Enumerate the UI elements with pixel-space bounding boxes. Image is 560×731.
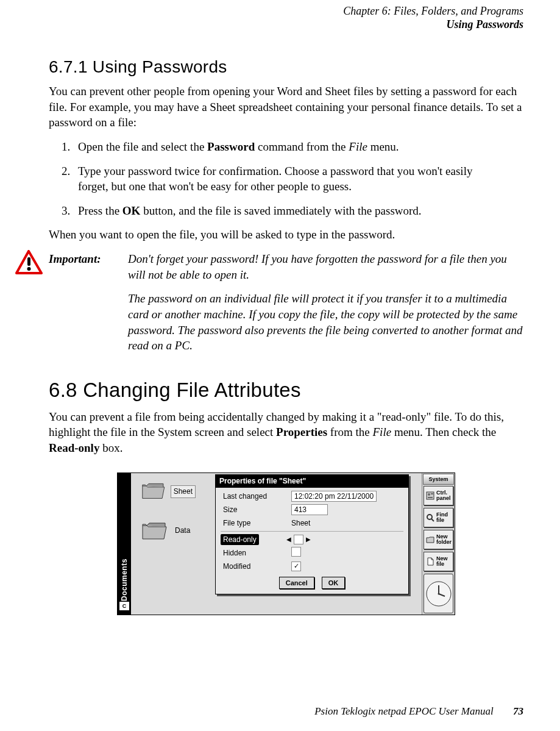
svg-rect-1: [27, 257, 30, 266]
steps-list: Open the file and select the Password co…: [73, 139, 523, 219]
svg-line-8: [431, 519, 434, 521]
row-last-changed: Last changed 12:02:20 pm 22/11/2000: [221, 490, 403, 503]
folder-icon: [141, 518, 168, 543]
important-label: Important:: [49, 251, 128, 267]
row-modified[interactable]: Modified ✓: [221, 560, 403, 573]
svg-point-7: [427, 515, 432, 519]
hidden-checkbox[interactable]: [291, 547, 301, 557]
section-6-8-paragraph: You can prevent a file from being accide…: [49, 409, 523, 456]
page-header: Chapter 6: Files, Folders, and Programs …: [49, 5, 523, 31]
sidebar-btn-ctrl-panel[interactable]: Ctrl. panel: [424, 486, 453, 505]
sidebar-btn-new-file[interactable]: New file: [424, 552, 453, 571]
new-folder-icon: [426, 535, 434, 544]
page-footer: Psion Teklogix netpad EPOC User Manual 7…: [314, 705, 523, 719]
readonly-checkbox[interactable]: [294, 535, 303, 544]
clock-icon: [425, 580, 452, 607]
warning-icon: [15, 250, 43, 274]
system-sidebar: System Ctrl. panel Find file New folder …: [422, 473, 455, 615]
svg-point-12: [438, 593, 439, 594]
header-chapter: Chapter 6: Files, Folders, and Programs: [49, 5, 523, 18]
desktop-icon-label: Sheet: [171, 485, 196, 497]
desktop-icon-label: Data: [172, 525, 193, 536]
sidebar-tab-system[interactable]: System: [423, 474, 454, 485]
svg-point-2: [27, 267, 31, 271]
dialog-title: Properties of file "Sheet": [216, 475, 408, 487]
documents-bar[interactable]: Documents C: [118, 473, 131, 615]
documents-label: Documents: [119, 473, 129, 601]
ok-button[interactable]: OK: [322, 577, 346, 590]
heading-6-8: 6.8 Changing File Attributes: [49, 377, 523, 404]
control-panel-icon: [426, 491, 434, 500]
svg-point-4: [428, 493, 430, 496]
sidebar-btn-new-folder[interactable]: New folder: [424, 530, 453, 549]
sidebar-btn-find-file[interactable]: Find file: [424, 508, 453, 527]
important-p1: Don't forget your password! If you have …: [128, 251, 523, 282]
properties-screenshot: Documents C Sheet Data Prope: [117, 472, 455, 615]
step-2: Type your password twice for confirmatio…: [73, 163, 523, 194]
after-steps-paragraph: When you want to open the file, you will…: [49, 227, 523, 243]
intro-paragraph: You can prevent other people from openin…: [49, 84, 523, 130]
important-p2: The password on an individual file will …: [128, 291, 523, 354]
row-size: Size 413: [221, 503, 403, 516]
svg-rect-6: [428, 497, 433, 498]
heading-6-7-1: 6.7.1 Using Passwords: [49, 55, 523, 79]
svg-rect-5: [431, 493, 433, 494]
clock-widget[interactable]: [424, 574, 453, 613]
desktop-icon-sheet[interactable]: Sheet: [141, 479, 196, 504]
arrow-right-icon[interactable]: ▶: [306, 535, 311, 544]
important-note: Important: Don't forget your password! I…: [49, 251, 523, 362]
row-file-type: File type Sheet: [221, 516, 403, 530]
page-number: 73: [513, 705, 523, 717]
cancel-button[interactable]: Cancel: [279, 577, 314, 590]
desktop-icon-data[interactable]: Data: [141, 518, 196, 543]
svg-rect-3: [427, 492, 434, 499]
step-1: Open the file and select the Password co…: [73, 139, 523, 155]
properties-dialog: Properties of file "Sheet" Last changed …: [215, 474, 409, 594]
drive-indicator[interactable]: C: [119, 601, 130, 611]
search-icon: [426, 513, 434, 522]
step-3: Press the OK button, and the file is sav…: [73, 203, 523, 219]
arrow-left-icon[interactable]: ◀: [286, 535, 291, 544]
folder-icon: [141, 479, 166, 504]
new-file-icon: [426, 557, 434, 566]
footer-text: Psion Teklogix netpad EPOC User Manual: [314, 705, 494, 717]
row-hidden[interactable]: Hidden: [221, 546, 403, 560]
header-section: Using Passwords: [49, 18, 523, 32]
modified-checkbox[interactable]: ✓: [291, 562, 301, 571]
row-read-only[interactable]: Read-only ◀ ▶: [221, 533, 403, 546]
readonly-toggle[interactable]: ◀ ▶: [286, 535, 311, 544]
desktop-area: Sheet Data Properties of file "Sheet" La…: [131, 473, 422, 615]
